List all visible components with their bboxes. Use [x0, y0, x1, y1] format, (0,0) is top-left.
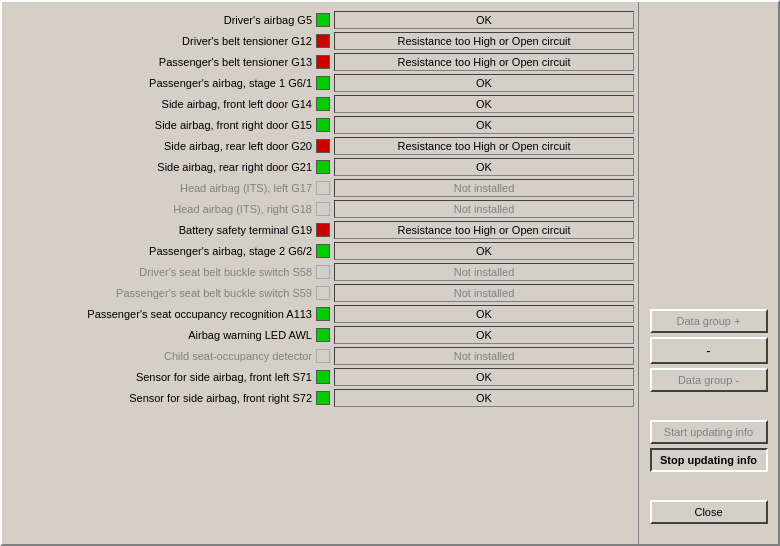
- status-indicator: [316, 76, 330, 90]
- row-label: Head airbag (ITS), right G18: [6, 203, 316, 215]
- status-indicator: [316, 265, 330, 279]
- status-indicator: [316, 286, 330, 300]
- status-indicator: [316, 349, 330, 363]
- row-label: Passenger's seat occupancy recognition A…: [6, 308, 316, 320]
- table-row: Passenger's seat occupancy recognition A…: [6, 304, 634, 324]
- status-indicator: [316, 34, 330, 48]
- update-section: Start updating info Stop updating info: [647, 420, 770, 472]
- row-label: Child seat-occupancy detector: [6, 350, 316, 362]
- status-indicator: [316, 328, 330, 342]
- status-indicator: [316, 307, 330, 321]
- row-label: Driver's belt tensioner G12: [6, 35, 316, 47]
- row-label: Passenger's seat belt buckle switch S59: [6, 287, 316, 299]
- data-list-panel: Driver's airbag G5OKDriver's belt tensio…: [2, 2, 638, 544]
- row-label: Driver's seat belt buckle switch S58: [6, 266, 316, 278]
- status-box: OK: [334, 368, 634, 386]
- data-group-minus-button[interactable]: Data group -: [650, 368, 768, 392]
- status-box: OK: [334, 326, 634, 344]
- row-label: Head airbag (ITS), left G17: [6, 182, 316, 194]
- status-box: Not installed: [334, 200, 634, 218]
- status-indicator: [316, 181, 330, 195]
- table-row: Passenger's airbag, stage 1 G6/1OK: [6, 73, 634, 93]
- table-row: Passenger's airbag, stage 2 G6/2OK: [6, 241, 634, 261]
- row-label: Side airbag, front right door G15: [6, 119, 316, 131]
- table-row: Side airbag, front left door G14OK: [6, 94, 634, 114]
- row-label: Side airbag, rear left door G20: [6, 140, 316, 152]
- table-row: Head airbag (ITS), right G18Not installe…: [6, 199, 634, 219]
- status-box: Resistance too High or Open circuit: [334, 32, 634, 50]
- table-row: Driver's airbag G5OK: [6, 10, 634, 30]
- table-row: Battery safety terminal G19Resistance to…: [6, 220, 634, 240]
- table-row: Sensor for side airbag, front right S72O…: [6, 388, 634, 408]
- status-box: OK: [334, 389, 634, 407]
- status-box: Resistance too High or Open circuit: [334, 53, 634, 71]
- status-indicator: [316, 370, 330, 384]
- status-box: Not installed: [334, 284, 634, 302]
- right-controls-panel: Data group + - Data group - Start updati…: [638, 2, 778, 544]
- status-box: OK: [334, 116, 634, 134]
- status-indicator: [316, 55, 330, 69]
- data-group-section: Data group + - Data group -: [647, 309, 770, 392]
- table-row: Driver's seat belt buckle switch S58Not …: [6, 262, 634, 282]
- table-row: Head airbag (ITS), left G17Not installed: [6, 178, 634, 198]
- close-button[interactable]: Close: [650, 500, 768, 524]
- row-label: Battery safety terminal G19: [6, 224, 316, 236]
- main-window: Driver's airbag G5OKDriver's belt tensio…: [0, 0, 780, 546]
- status-indicator: [316, 391, 330, 405]
- status-box: OK: [334, 242, 634, 260]
- row-label: Airbag warning LED AWL: [6, 329, 316, 341]
- status-box: Resistance too High or Open circuit: [334, 137, 634, 155]
- status-indicator: [316, 13, 330, 27]
- status-box: OK: [334, 305, 634, 323]
- status-box: OK: [334, 11, 634, 29]
- status-box: Not installed: [334, 347, 634, 365]
- status-indicator: [316, 139, 330, 153]
- table-row: Side airbag, front right door G15OK: [6, 115, 634, 135]
- status-box: OK: [334, 158, 634, 176]
- row-label: Sensor for side airbag, front left S71: [6, 371, 316, 383]
- row-label: Side airbag, rear right door G21: [6, 161, 316, 173]
- status-box: Not installed: [334, 179, 634, 197]
- table-row: Passenger's seat belt buckle switch S59N…: [6, 283, 634, 303]
- status-indicator: [316, 118, 330, 132]
- row-label: Driver's airbag G5: [6, 14, 316, 26]
- status-indicator: [316, 160, 330, 174]
- table-row: Side airbag, rear right door G21OK: [6, 157, 634, 177]
- row-label: Sensor for side airbag, front right S72: [6, 392, 316, 404]
- status-box: Not installed: [334, 263, 634, 281]
- status-box: Resistance too High or Open circuit: [334, 221, 634, 239]
- row-label: Passenger's airbag, stage 2 G6/2: [6, 245, 316, 257]
- stop-updating-button[interactable]: Stop updating info: [650, 448, 768, 472]
- start-updating-button[interactable]: Start updating info: [650, 420, 768, 444]
- table-row: Passenger's belt tensioner G13Resistance…: [6, 52, 634, 72]
- table-row: Sensor for side airbag, front left S71OK: [6, 367, 634, 387]
- row-label: Side airbag, front left door G14: [6, 98, 316, 110]
- status-box: OK: [334, 95, 634, 113]
- status-indicator: [316, 202, 330, 216]
- data-group-plus-button[interactable]: Data group +: [650, 309, 768, 333]
- table-row: Airbag warning LED AWLOK: [6, 325, 634, 345]
- row-label: Passenger's belt tensioner G13: [6, 56, 316, 68]
- status-indicator: [316, 97, 330, 111]
- status-box: OK: [334, 74, 634, 92]
- table-row: Side airbag, rear left door G20Resistanc…: [6, 136, 634, 156]
- table-row: Child seat-occupancy detectorNot install…: [6, 346, 634, 366]
- row-label: Passenger's airbag, stage 1 G6/1: [6, 77, 316, 89]
- dash-button[interactable]: -: [650, 337, 768, 364]
- status-indicator: [316, 223, 330, 237]
- table-row: Driver's belt tensioner G12Resistance to…: [6, 31, 634, 51]
- status-indicator: [316, 244, 330, 258]
